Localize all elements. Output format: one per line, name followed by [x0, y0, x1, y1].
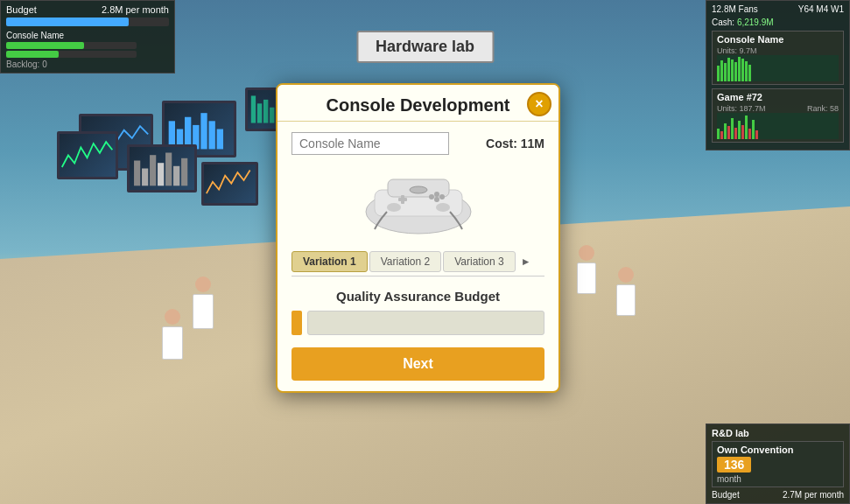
budget-fill — [6, 18, 129, 26]
gbar-5 — [731, 118, 734, 139]
gbar-9 — [745, 116, 748, 139]
budget-bottom-row: Budget 2.7M per month — [712, 490, 844, 500]
console-bar-1 — [6, 42, 137, 49]
modal-close-button[interactable]: × — [527, 92, 551, 116]
hud-topright: 12.8M Fans Y64 M4 W1 Cash: 6,219.9M Cons… — [706, 0, 850, 150]
variation-tab-3[interactable]: Variation 3 — [443, 251, 515, 272]
console-fill-2 — [6, 51, 59, 58]
svg-point-27 — [439, 194, 445, 200]
budget-label: Budget — [6, 4, 37, 15]
bar-8 — [741, 59, 744, 81]
cash-row: Cash: 6,219.9M — [712, 18, 844, 27]
budget-bar — [6, 18, 169, 26]
modal-body: Cost: 11M — [277, 122, 558, 391]
console-units: Units: 9.7M — [717, 46, 839, 55]
bar-4 — [727, 58, 730, 81]
bar-5 — [731, 60, 734, 82]
gbar-1 — [717, 129, 720, 139]
console-image-area — [292, 164, 544, 242]
bar-9 — [745, 61, 748, 81]
gbar-4 — [727, 126, 730, 139]
hud-bottomright: R&D lab Own Convention 136 month Budget … — [706, 424, 850, 504]
year-label: Y64 M4 W1 — [798, 4, 844, 14]
gbar-10 — [748, 129, 751, 139]
console-name-label: Console Name — [6, 31, 169, 40]
variation-tab-1[interactable]: Variation 1 — [292, 251, 368, 272]
svg-rect-29 — [398, 198, 407, 201]
bar-3 — [724, 63, 727, 81]
bar-2 — [720, 60, 723, 81]
hardware-lab-sign: Hardware lab — [356, 31, 494, 63]
next-button[interactable]: Next — [292, 347, 544, 381]
fans-label: 12.8M Fans — [712, 4, 758, 14]
variation-next-arrow[interactable]: ► — [517, 254, 535, 270]
budget-bottom-label: Budget — [712, 490, 740, 500]
game-box-title: Game #72 — [717, 92, 839, 102]
bar-6 — [734, 62, 737, 82]
own-convention-sub: month — [717, 474, 839, 484]
budget-bottom-value: 2.7M per month — [783, 490, 844, 500]
game-meta: Units: 187.7M Rank: 58 — [717, 104, 839, 113]
console-name-cost-row: Cost: 11M — [292, 132, 544, 155]
own-convention-badge: 136 — [717, 457, 751, 472]
game-chart — [717, 113, 839, 139]
svg-point-24 — [429, 194, 434, 200]
svg-point-23 — [436, 203, 450, 212]
bar-7 — [738, 57, 741, 82]
console-fill-1 — [6, 42, 84, 49]
variation-tab-2[interactable]: Variation 2 — [369, 251, 441, 272]
qa-indicator — [292, 311, 302, 335]
cost-label: Cost: 11M — [486, 136, 544, 150]
chart-bars-1 — [717, 55, 839, 81]
rd-lab-label: R&D lab — [712, 428, 844, 438]
console-bar-2 — [6, 51, 137, 58]
budget-row: Budget 2.8M per month — [6, 4, 169, 15]
backlog-label: Backlog: 0 — [6, 60, 169, 69]
gbar-6 — [734, 128, 737, 140]
svg-point-22 — [387, 203, 401, 212]
modal-title: Console Development — [292, 95, 544, 116]
svg-point-26 — [434, 197, 439, 202]
chart-bars-2 — [717, 113, 839, 139]
bar-1 — [717, 66, 720, 81]
budget-value: 2.8M per month — [102, 4, 169, 15]
qa-budget-label: Quality Assurance Budget — [292, 289, 544, 304]
qa-bar-row — [292, 311, 544, 335]
game-rank: Rank: 58 — [807, 104, 839, 113]
console-name-input[interactable] — [292, 132, 449, 155]
gbar-8 — [741, 125, 744, 140]
variation-tabs: Variation 1 Variation 2 Variation 3 ► — [292, 251, 544, 276]
gbar-11 — [752, 120, 755, 140]
console-chart — [717, 55, 839, 81]
gbar-7 — [738, 121, 741, 139]
console-box: Console Name Units: 9.7M — [712, 31, 844, 85]
qa-bar-background[interactable] — [307, 311, 544, 335]
console-svg — [357, 164, 480, 242]
game-units: Units: 187.7M — [717, 104, 766, 113]
game-box: Game #72 Units: 187.7M Rank: 58 — [712, 88, 844, 143]
console-box-title: Console Name — [717, 34, 839, 45]
cash-value: 6,219.9M — [737, 18, 774, 27]
modal-header: Console Development × — [277, 85, 558, 122]
console-section: Console Name Backlog: 0 — [6, 31, 169, 69]
own-convention-title: Own Convention — [717, 444, 839, 455]
tr-stats-row: 12.8M Fans Y64 M4 W1 — [712, 4, 844, 14]
svg-point-25 — [434, 192, 439, 197]
gbar-3 — [724, 123, 727, 139]
own-convention-box: Own Convention 136 month — [712, 441, 844, 487]
svg-point-30 — [410, 186, 427, 193]
bar-10 — [748, 65, 751, 82]
gbar-12 — [755, 130, 758, 140]
cash-label: Cash: — [712, 18, 734, 27]
gbar-2 — [720, 131, 723, 139]
console-development-modal: Console Development × Cost: 11M — [276, 83, 560, 393]
hud-topleft: Budget 2.8M per month Console Name Backl… — [0, 0, 175, 74]
